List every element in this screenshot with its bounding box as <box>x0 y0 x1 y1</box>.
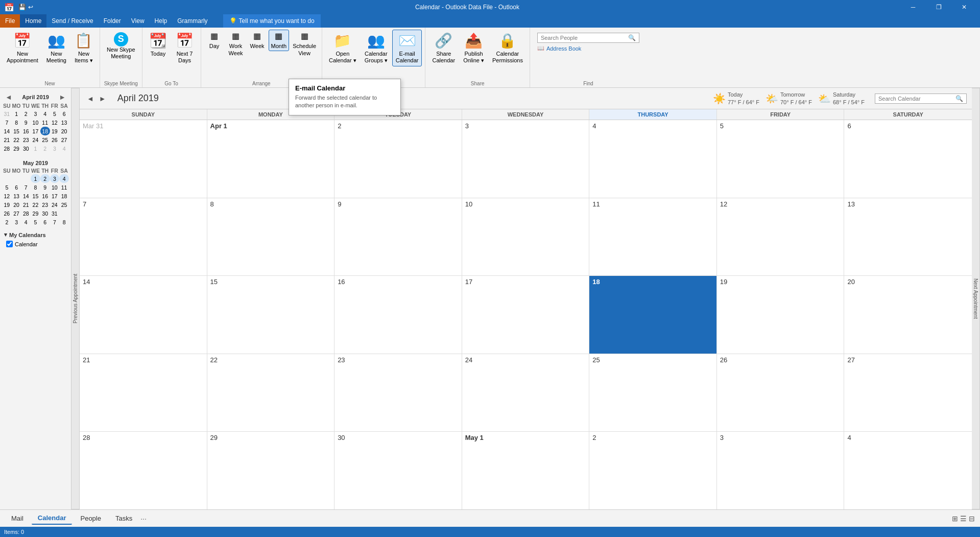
mini-cal-cell[interactable]: 21 <box>21 200 31 209</box>
mini-cal-cell[interactable]: 4 <box>59 144 69 153</box>
new-items-button[interactable]: 📋 NewItems ▾ <box>71 30 97 66</box>
open-calendar-button[interactable]: 📁 OpenCalendar ▾ <box>325 30 360 66</box>
mini-cal-cell[interactable]: 2 <box>21 109 31 118</box>
cal-cell-apr2[interactable]: 2 <box>334 120 462 198</box>
mini-cal-cell[interactable]: 3 <box>12 218 21 226</box>
mini-cal-cell[interactable]: 15 <box>12 127 21 135</box>
normal-view-icon[interactable]: ☰ <box>960 515 967 523</box>
calendar-checkbox[interactable] <box>6 241 13 247</box>
minimize-button[interactable]: ─ <box>901 0 925 14</box>
cal-cell-apr19[interactable]: 19 <box>717 276 845 354</box>
mini-cal-prev[interactable]: ◄ <box>4 93 13 101</box>
mini-cal-cell[interactable]: 6 <box>40 218 50 226</box>
cal-search-input[interactable] <box>878 96 955 102</box>
mini-cal-cell[interactable]: 7 <box>21 183 31 192</box>
menu-grammarly[interactable]: Grammarly <box>172 14 212 28</box>
week-button[interactable]: ▦ Week <box>247 30 268 51</box>
menu-file[interactable]: File <box>0 14 20 28</box>
mini-cal-cell[interactable]: 20 <box>12 200 21 209</box>
mini-cal-cell[interactable]: 1 <box>12 109 21 118</box>
mini-cal-cell[interactable]: 30 <box>40 209 50 218</box>
mini-cal-cell[interactable]: 28 <box>2 144 12 153</box>
email-calendar-button[interactable]: ✉️ E-mailCalendar <box>392 30 422 66</box>
cal-search-box[interactable]: 🔍 <box>875 94 967 104</box>
cal-cell-apr17[interactable]: 17 <box>462 276 590 354</box>
preview-view-icon[interactable]: ⊟ <box>969 515 975 523</box>
menu-help[interactable]: Help <box>150 14 173 28</box>
cal-cell-may3[interactable]: 3 <box>717 432 845 509</box>
mini-cal-cell[interactable]: 23 <box>21 135 31 144</box>
undo-icon[interactable]: ↩ <box>28 4 33 11</box>
mini-cal-cell[interactable]: 9 <box>40 183 50 192</box>
cal-cell-apr8[interactable]: 8 <box>207 198 335 276</box>
mini-cal-cell[interactable]: 3 <box>50 144 60 153</box>
menu-home[interactable]: Home <box>20 14 46 28</box>
cal-next-month[interactable]: ► <box>97 94 108 104</box>
mini-cal-cell[interactable]: 20 <box>59 127 69 135</box>
mini-cal-cell[interactable]: 11 <box>40 118 50 127</box>
new-skype-button[interactable]: S New SkypeMeeting <box>103 30 139 62</box>
calendar-groups-button[interactable]: 👥 CalendarGroups ▾ <box>361 30 391 66</box>
mini-cal-cell[interactable]: 31 <box>2 109 12 118</box>
mini-cal-cell[interactable]: 26 <box>2 209 12 218</box>
work-week-button[interactable]: ▦ WorkWeek <box>226 30 246 58</box>
cal-cell-apr16[interactable]: 16 <box>334 276 462 354</box>
cal-cell-apr24[interactable]: 24 <box>462 354 590 432</box>
mini-cal-cell[interactable]: 31 <box>50 209 60 218</box>
next-appointment-tab[interactable]: Next Appointment <box>972 88 980 509</box>
cal-prev-month[interactable]: ◄ <box>85 94 96 104</box>
next7-button[interactable]: 📅 Next 7Days <box>172 30 198 66</box>
save-icon[interactable]: 💾 <box>18 4 26 11</box>
cal-cell-apr14[interactable]: 14 <box>80 276 207 354</box>
menu-send-receive[interactable]: Send / Receive <box>46 14 98 28</box>
mini-cal-cell[interactable]: 14 <box>21 192 31 200</box>
mini-cal-cell[interactable]: 5 <box>2 183 12 192</box>
mini-cal-cell[interactable]: 8 <box>31 183 40 192</box>
mini-cal-cell[interactable]: 3 <box>31 109 40 118</box>
mini-cal-cell[interactable]: 2 <box>40 174 50 183</box>
mini-cal-cell[interactable]: 1 <box>31 144 40 153</box>
mini-cal-cell[interactable]: 5 <box>31 218 40 226</box>
menu-folder[interactable]: Folder <box>99 14 126 28</box>
mini-cal-cell[interactable]: 1 <box>31 174 40 183</box>
cal-cell-apr12[interactable]: 12 <box>717 198 845 276</box>
mini-cal-cell[interactable]: 23 <box>40 200 50 209</box>
mini-cal-cell[interactable]: 17 <box>31 127 40 135</box>
address-book-link[interactable]: 📖 Address Book <box>537 45 639 52</box>
cal-cell-apr10[interactable]: 10 <box>462 198 590 276</box>
mini-cal-cell[interactable]: 10 <box>50 183 60 192</box>
cal-cell-apr28[interactable]: 28 <box>80 432 207 509</box>
compact-view-icon[interactable]: ⊞ <box>952 515 958 523</box>
cal-cell-apr30[interactable]: 30 <box>334 432 462 509</box>
mini-cal-cell[interactable]: 8 <box>12 118 21 127</box>
cal-cell-apr25[interactable]: 25 <box>589 354 717 432</box>
mini-cal-cell[interactable]: 29 <box>12 144 21 153</box>
restore-button[interactable]: ❐ <box>927 0 950 14</box>
mini-cal-cell[interactable]: 3 <box>50 174 60 183</box>
cal-cell-apr27[interactable]: 27 <box>844 354 972 432</box>
mini-cal-cell[interactable]: 5 <box>50 109 60 118</box>
new-appointment-button[interactable]: 📅 NewAppointment <box>3 30 42 66</box>
cal-cell-apr5[interactable]: 5 <box>717 120 845 198</box>
today-button[interactable]: 📆 Today <box>146 30 171 60</box>
mini-cal-cell[interactable]: 28 <box>21 209 31 218</box>
mini-cal-next[interactable]: ► <box>58 93 67 101</box>
mini-cal-cell[interactable]: 22 <box>31 200 40 209</box>
mini-cal-cell[interactable] <box>21 174 31 183</box>
mini-cal-cell[interactable]: 11 <box>59 183 69 192</box>
mini-cal-cell[interactable]: 10 <box>31 118 40 127</box>
calendar-permissions-button[interactable]: 🔒 CalendarPermissions <box>489 30 527 66</box>
cal-cell-may1[interactable]: May 1 <box>462 432 590 509</box>
mini-cal-cell[interactable]: 4 <box>59 174 69 183</box>
mini-cal-cell[interactable]: 17 <box>50 192 60 200</box>
mini-cal-cell[interactable]: 18 <box>59 192 69 200</box>
cal-cell-apr26[interactable]: 26 <box>717 354 845 432</box>
mini-cal-cell[interactable]: 9 <box>21 118 31 127</box>
mini-cal-cell[interactable] <box>2 174 12 183</box>
mini-cal-cell[interactable]: 24 <box>31 135 40 144</box>
mini-cal-cell[interactable]: 7 <box>2 118 12 127</box>
nav-more[interactable]: ··· <box>140 515 147 523</box>
new-meeting-button[interactable]: 👥 NewMeeting <box>43 30 70 66</box>
mini-cal-cell[interactable]: 13 <box>59 118 69 127</box>
mini-cal-cell[interactable]: 4 <box>40 109 50 118</box>
